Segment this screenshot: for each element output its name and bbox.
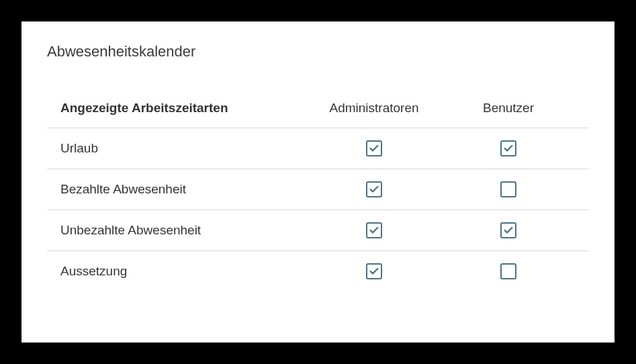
checkbox-user-aussetzung[interactable] bbox=[500, 263, 516, 279]
row-label: Aussetzung bbox=[60, 264, 307, 279]
checkbox-user-unbezahlte[interactable] bbox=[500, 222, 516, 238]
panel-title: Abwesenheitskalender bbox=[47, 43, 589, 60]
cell-user bbox=[441, 140, 576, 156]
row-label: Bezahlte Abwesenheit bbox=[60, 182, 307, 197]
cell-user bbox=[441, 222, 576, 238]
table-row: Aussetzung bbox=[47, 251, 589, 291]
cell-user bbox=[441, 181, 576, 197]
cell-user bbox=[441, 263, 576, 279]
header-user: Benutzer bbox=[441, 101, 576, 116]
header-label: Angezeigte Arbeitszeitarten bbox=[60, 101, 307, 116]
worktime-table: Angezeigte Arbeitszeitarten Administrato… bbox=[47, 89, 589, 291]
table-row: Urlaub bbox=[47, 128, 589, 169]
checkbox-user-urlaub[interactable] bbox=[500, 140, 516, 156]
absence-calendar-panel: Abwesenheitskalender Angezeigte Arbeitsz… bbox=[21, 21, 615, 343]
table-row: Unbezahlte Abwesenheit bbox=[47, 210, 589, 251]
row-label: Unbezahlte Abwesenheit bbox=[60, 223, 307, 238]
table-row: Bezahlte Abwesenheit bbox=[47, 169, 589, 210]
cell-admin bbox=[307, 181, 441, 197]
cell-admin bbox=[307, 263, 441, 279]
checkbox-user-bezahlte[interactable] bbox=[500, 181, 516, 197]
cell-admin bbox=[307, 140, 441, 156]
row-label: Urlaub bbox=[60, 141, 307, 156]
checkbox-admin-urlaub[interactable] bbox=[366, 140, 382, 156]
table-header-row: Angezeigte Arbeitszeitarten Administrato… bbox=[47, 89, 589, 128]
checkbox-admin-aussetzung[interactable] bbox=[366, 263, 382, 279]
checkbox-admin-unbezahlte[interactable] bbox=[366, 222, 382, 238]
header-admin: Administratoren bbox=[307, 101, 441, 116]
cell-admin bbox=[307, 222, 441, 238]
checkbox-admin-bezahlte[interactable] bbox=[366, 181, 382, 197]
